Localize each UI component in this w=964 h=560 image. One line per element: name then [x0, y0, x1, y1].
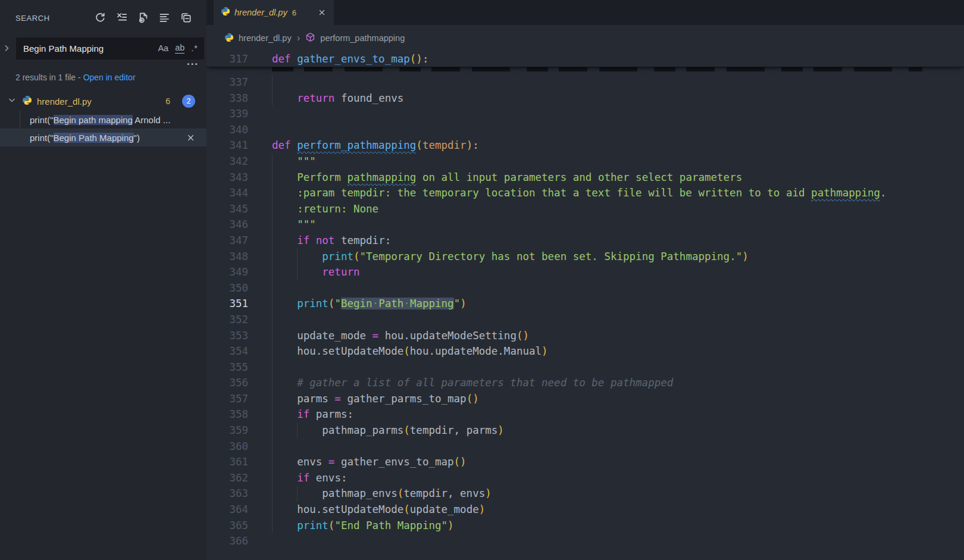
- indent-guide: [297, 264, 298, 280]
- match-case-toggle[interactable]: Aa: [158, 44, 168, 53]
- open-new-search-editor-button[interactable]: [136, 11, 149, 24]
- match-count-badge: 2: [182, 95, 195, 108]
- code-line-359[interactable]: 359 pathmap_parms(tempdir, parms): [206, 423, 964, 439]
- code-line-344[interactable]: 344 :param tempdir: the temporary locati…: [206, 185, 964, 201]
- indent-guide: [272, 343, 273, 359]
- search-result-item[interactable]: print("Begin Path Mapping"): [0, 129, 206, 146]
- code-line-365[interactable]: 365 print("End Path Mapping"): [206, 518, 964, 534]
- result-file-row[interactable]: hrender_dl.py 6 2: [0, 92, 206, 110]
- code-line-345[interactable]: 345 :return: None: [206, 201, 964, 217]
- toggle-search-details-button[interactable]: ···: [187, 58, 199, 70]
- tab-label: hrender_dl.py: [234, 8, 287, 17]
- code-line-363[interactable]: 363 pathmap_envs(tempdir, envs): [206, 486, 964, 502]
- breadcrumb-file[interactable]: hrender_dl.py: [239, 33, 292, 43]
- breadcrumb-separator: ›: [297, 32, 301, 44]
- line-number: 362: [206, 470, 272, 486]
- indent-guide: [272, 280, 273, 296]
- search-sidebar: SEARCH Begin Path Mapping Aa ab .* ··· 2…: [0, 0, 206, 560]
- indent-guide: [297, 486, 298, 502]
- search-result-item[interactable]: print("Begin path mapping Arnold ...: [0, 111, 206, 129]
- indent-guide: [272, 90, 273, 107]
- tab-close-button[interactable]: [316, 7, 328, 18]
- code-line-317[interactable]: 317def gather_envs_to_map():: [206, 51, 964, 67]
- code-line-354[interactable]: 354 hou.setUpdateMode(hou.updateMode.Man…: [206, 343, 964, 359]
- refresh-icon: [95, 12, 106, 23]
- python-logo-icon: [221, 7, 230, 16]
- code-line-360[interactable]: 360: [206, 439, 964, 455]
- indent-guide: [272, 391, 273, 407]
- collapse-all-button[interactable]: [179, 11, 192, 24]
- result-match-highlight: Begin Path Mapping: [54, 133, 134, 143]
- toggle-replace-chevron-icon[interactable]: [2, 43, 11, 53]
- indent-guide: [272, 312, 273, 328]
- collapse-icon: [180, 12, 192, 23]
- code-line-349[interactable]: 349 return: [206, 264, 964, 280]
- code-line-340[interactable]: 340: [206, 122, 964, 138]
- code-content: """: [272, 154, 964, 170]
- code-line-351[interactable]: 351 print("Begin·Path·Mapping"): [206, 296, 964, 312]
- code-line-357[interactable]: 357 parms = gather_parms_to_map(): [206, 391, 964, 407]
- code-line-342[interactable]: 342 """: [206, 154, 964, 170]
- code-line-347[interactable]: 347 if not tempdir:: [206, 233, 964, 249]
- code-line-339[interactable]: 339: [206, 106, 964, 122]
- result-text: print("Begin Path Mapping"): [30, 133, 183, 143]
- code-line-348[interactable]: 348 print("Temporary Directory has not b…: [206, 249, 964, 265]
- chevron-down-icon[interactable]: [7, 95, 17, 107]
- search-input[interactable]: Begin Path Mapping Aa ab .*: [16, 37, 204, 60]
- tab-hrender-dl-py[interactable]: hrender_dl.py 6: [214, 0, 334, 25]
- line-number: 358: [206, 406, 272, 423]
- code-content: Perform pathmapping on all input paramet…: [272, 170, 964, 186]
- code-line-337[interactable]: 337: [206, 74, 964, 90]
- whole-word-toggle[interactable]: ab: [175, 43, 184, 54]
- code-content: :return: None: [272, 201, 964, 217]
- view-as-list-button[interactable]: [158, 11, 171, 24]
- code-content: [272, 439, 964, 455]
- code-content: print("Temporary Directory has not been …: [272, 249, 964, 265]
- open-in-editor-link[interactable]: Open in editor: [83, 73, 136, 82]
- code-line-364[interactable]: 364 hou.setUpdateMode(update_mode): [206, 502, 964, 518]
- code-line-362[interactable]: 362 if envs:: [206, 470, 964, 486]
- indent-guide: [272, 439, 273, 455]
- line-number: 347: [206, 233, 272, 249]
- code-line-356[interactable]: 356 # gather a list of all parameters th…: [206, 375, 964, 391]
- line-number: 345: [206, 201, 272, 217]
- clear-search-results-button[interactable]: [115, 11, 128, 24]
- line-number: 338: [206, 90, 272, 107]
- indent-guide: [272, 74, 273, 90]
- code-line-350[interactable]: 350: [206, 280, 964, 296]
- line-number: 344: [206, 185, 272, 201]
- code-line-346[interactable]: 346 """: [206, 217, 964, 233]
- code-line-338[interactable]: 338 return found_envs: [206, 90, 964, 107]
- code-content: pathmap_envs(tempdir, envs): [272, 486, 964, 502]
- code-content: [272, 280, 964, 296]
- line-number: 339: [206, 106, 272, 122]
- indent-guide: [272, 185, 273, 201]
- dismiss-result-button[interactable]: [183, 130, 198, 145]
- sticky-scroll-line[interactable]: 317def gather_envs_to_map():: [206, 51, 964, 67]
- code-content: [272, 106, 964, 122]
- result-match-highlight: Begin path mapping: [54, 115, 133, 125]
- line-number: 353: [206, 328, 272, 344]
- code-content: return found_envs: [272, 90, 964, 107]
- line-number: 342: [206, 154, 272, 170]
- indent-guide: [272, 518, 273, 534]
- regex-toggle[interactable]: .*: [191, 44, 198, 53]
- code-line-343[interactable]: 343 Perform pathmapping on all input par…: [206, 170, 964, 186]
- search-header-actions: [93, 11, 192, 24]
- indent-guide: [272, 486, 273, 502]
- code-line-361[interactable]: 361 envs = gather_envs_to_map(): [206, 454, 964, 470]
- code-line-353[interactable]: 353 update_mode = hou.updateModeSetting(…: [206, 328, 964, 344]
- result-text: print("Begin path mapping Arnold ...: [30, 115, 206, 125]
- breadcrumb-symbol[interactable]: perform_pathmapping: [320, 33, 405, 43]
- code-line-358[interactable]: 358 if parms:: [206, 406, 964, 423]
- code-line-341[interactable]: 341def perform_pathmapping(tempdir):: [206, 137, 964, 154]
- new-search-editor-icon: [137, 12, 149, 23]
- code-line-355[interactable]: 355: [206, 359, 964, 376]
- symbol-namespace-icon: [305, 32, 315, 44]
- code-line-366[interactable]: 366: [206, 533, 964, 549]
- code-line-352[interactable]: 352: [206, 312, 964, 328]
- whitespace-dot: ·: [403, 298, 410, 309]
- line-number: 351: [206, 296, 272, 312]
- clipped-code-line: [206, 67, 964, 74]
- refresh-button[interactable]: [93, 11, 107, 24]
